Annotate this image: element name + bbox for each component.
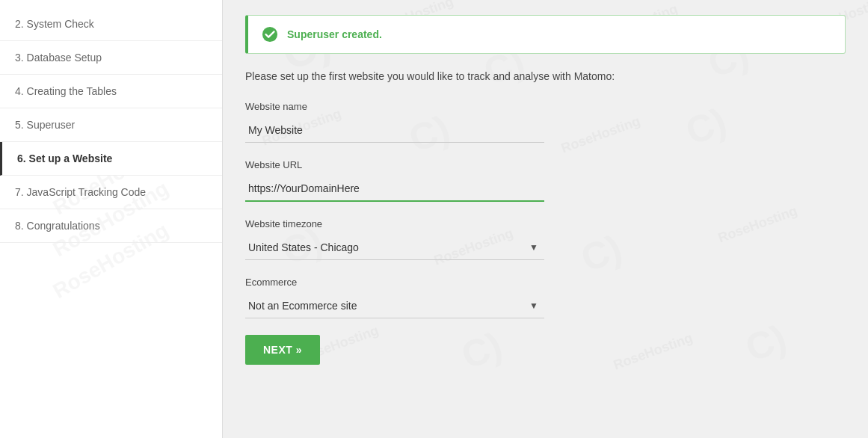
website-name-group: Website name [245,101,846,143]
website-name-input[interactable] [245,118,544,143]
website-timezone-group: Website timezone United States - Chicago… [245,218,846,260]
sidebar-item-creating-tables[interactable]: 4. Creating the Tables [0,75,222,108]
check-badge-icon [262,26,278,43]
website-url-input[interactable] [245,176,544,202]
website-name-label: Website name [245,101,846,112]
main-content: C) RoseHosting C) RoseHosting C) RoseHos… [223,0,868,438]
sidebar-item-database-setup[interactable]: 3. Database Setup [0,41,222,75]
success-notification: Superuser created. [245,15,846,54]
website-url-label: Website URL [245,159,846,170]
svg-point-0 [262,27,277,42]
website-url-group: Website URL [245,159,846,202]
ecommerce-label: Ecommerce [245,277,846,288]
sidebar-item-system-check[interactable]: 2. System Check [0,7,222,41]
notification-text: Superuser created. [287,28,382,40]
sidebar-item-setup-website[interactable]: 6. Set up a Website [0,142,222,176]
next-button[interactable]: NEXT » [245,335,320,365]
setup-website-form: Please set up the first website you woul… [245,69,846,365]
website-timezone-label: Website timezone [245,218,846,229]
sidebar-item-js-tracking[interactable]: 7. JavaScript Tracking Code [0,176,222,209]
timezone-select[interactable]: United States - Chicago United States - … [245,235,544,259]
ecommerce-group: Ecommerce Not an Ecommerce site Ecommerc… [245,277,846,318]
sidebar-item-superuser[interactable]: 5. Superuser [0,108,222,142]
timezone-select-wrapper: United States - Chicago United States - … [245,235,544,260]
ecommerce-select-wrapper: Not an Ecommerce site Ecommerce WooComme… [245,294,544,318]
sidebar-item-congratulations[interactable]: 8. Congratulations [0,209,222,243]
ecommerce-select[interactable]: Not an Ecommerce site Ecommerce WooComme… [245,294,544,318]
sidebar: RoseHosting RoseHosting RoseHosting 2. S… [0,0,223,438]
form-description: Please set up the first website you woul… [245,69,846,84]
